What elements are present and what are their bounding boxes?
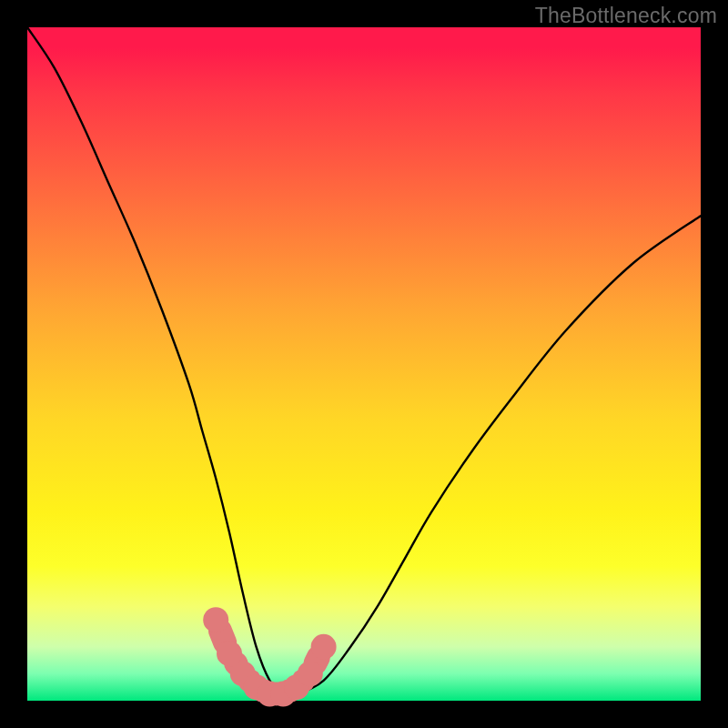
chart-frame: TheBottleneck.com — [0, 0, 728, 728]
watermark-text: TheBottleneck.com — [535, 4, 717, 28]
bottleneck-curve — [27, 27, 701, 695]
highlighted-markers — [203, 607, 336, 706]
marker-point — [203, 607, 228, 632]
marker-point — [311, 634, 337, 660]
curve-layer — [27, 27, 701, 701]
plot-area — [27, 27, 701, 701]
marker-point — [298, 661, 323, 686]
